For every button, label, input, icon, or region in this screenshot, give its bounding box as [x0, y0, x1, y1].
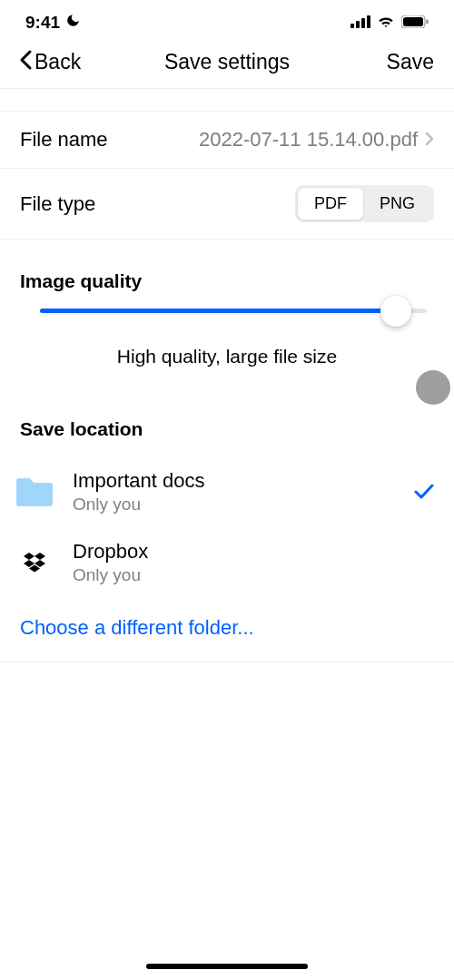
file-name-row[interactable]: File name 2022-07-11 15.14.00.pdf — [0, 111, 454, 169]
check-icon — [414, 478, 434, 506]
save-location-header: Save location — [0, 387, 454, 456]
nav-bar: Back Save settings Save — [0, 40, 454, 89]
chevron-left-icon — [18, 49, 33, 75]
location-item-title: Important docs — [73, 469, 398, 493]
file-name-value-wrap: 2022-07-11 15.14.00.pdf — [199, 128, 434, 152]
page-title: Save settings — [164, 50, 290, 74]
location-item-important-docs[interactable]: Important docs Only you — [0, 456, 454, 527]
location-item-title: Dropbox — [73, 540, 434, 564]
status-bar: 9:41 — [0, 0, 454, 40]
save-button[interactable]: Save — [387, 50, 434, 74]
slider-thumb[interactable] — [380, 296, 411, 327]
slider-track — [40, 309, 427, 313]
location-item-texts: Dropbox Only you — [73, 540, 434, 585]
file-settings-section: File name 2022-07-11 15.14.00.pdf File t… — [0, 111, 454, 240]
location-item-texts: Important docs Only you — [73, 469, 398, 514]
cellular-icon — [350, 13, 370, 33]
status-left: 9:41 — [25, 13, 81, 33]
moon-icon — [65, 13, 81, 33]
quality-slider[interactable] — [0, 309, 454, 313]
file-type-label: File type — [20, 192, 95, 216]
chevron-right-icon — [425, 128, 434, 152]
back-button[interactable]: Back — [18, 49, 81, 75]
choose-different-folder[interactable]: Choose a different folder... — [0, 598, 454, 662]
svg-rect-0 — [350, 24, 354, 28]
wifi-icon — [377, 13, 395, 33]
location-item-subtitle: Only you — [73, 565, 434, 585]
slider-fill — [40, 309, 396, 313]
segment-pdf[interactable]: PDF — [298, 188, 363, 220]
svg-rect-6 — [427, 20, 429, 24]
back-label: Back — [35, 50, 81, 74]
battery-icon — [401, 13, 429, 33]
quality-caption: High quality, large file size — [0, 346, 454, 387]
svg-rect-3 — [367, 15, 370, 28]
file-name-value: 2022-07-11 15.14.00.pdf — [199, 128, 418, 152]
folder-icon — [13, 470, 56, 514]
status-right — [350, 13, 429, 33]
file-type-segmented: PDF PNG — [295, 185, 434, 222]
status-time: 9:41 — [25, 13, 60, 33]
dropbox-icon — [13, 541, 56, 584]
home-indicator[interactable] — [146, 964, 308, 969]
assistive-touch-icon[interactable] — [416, 370, 450, 405]
file-type-row: File type PDF PNG — [0, 169, 454, 240]
file-name-label: File name — [20, 128, 108, 152]
location-item-subtitle: Only you — [73, 495, 398, 514]
svg-rect-5 — [403, 17, 423, 26]
location-item-dropbox[interactable]: Dropbox Only you — [0, 527, 454, 598]
svg-rect-2 — [361, 18, 365, 28]
segment-png[interactable]: PNG — [363, 188, 431, 220]
svg-rect-1 — [356, 21, 360, 28]
